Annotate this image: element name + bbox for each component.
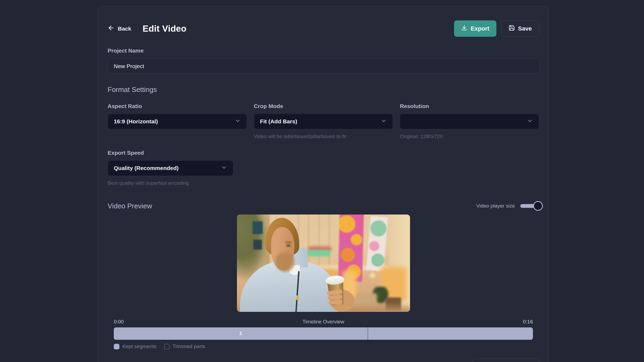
slider-thumb[interactable] (533, 201, 543, 211)
video-preview-frame[interactable] (237, 215, 410, 312)
crop-mode-value: Fit (Add Bars) (260, 118, 297, 125)
back-label: Back (118, 25, 131, 32)
timeline-segment[interactable] (368, 327, 533, 340)
export-speed-select[interactable]: Quality (Recommended) (108, 160, 233, 176)
crop-mode-helper: Video will be letterboxed/pillarboxed to… (254, 134, 393, 139)
floppy-disk-icon (508, 25, 515, 33)
export-button[interactable]: Export (454, 20, 496, 37)
project-name-label: Project Name (108, 47, 539, 54)
beard (276, 253, 294, 272)
play-preview-button[interactable]: Play Preview (473, 359, 539, 362)
header-left: Back Edit Video (108, 24, 186, 34)
timeline-title: Timeline Overview (302, 319, 344, 325)
trimmed-parts-swatch (164, 344, 170, 349)
legend-item-kept: Kept segments (114, 343, 156, 349)
format-settings-heading: Format Settings (108, 86, 539, 94)
export-speed-helper: Best quality with superfast encoding (108, 180, 539, 186)
timeline-legend: Kept segments Trimmed parts (114, 343, 533, 349)
header-actions: Export Save (454, 20, 539, 37)
export-speed-label: Export Speed (108, 150, 539, 156)
chevron-down-icon (527, 118, 533, 125)
export-speed-value: Quality (Recommended) (114, 165, 179, 171)
chevron-down-icon (381, 118, 387, 125)
player-size-control: Video player size (476, 201, 539, 211)
legend-label: Trimmed parts (173, 343, 205, 349)
eye (286, 245, 291, 247)
timeline-start-time: 0:00 (114, 319, 124, 325)
player-size-label: Video player size (476, 203, 515, 209)
resolution-select[interactable] (400, 114, 539, 129)
timeline-segment[interactable]: 2 (114, 327, 368, 340)
back-button[interactable]: Back (108, 24, 131, 33)
timeline-section: 0:00 Timeline Overview 0:16 2 Kept segme… (108, 319, 539, 349)
pastel-banner (366, 216, 388, 272)
lamp-light (370, 273, 375, 278)
crop-mode-select[interactable]: Fit (Add Bars) (254, 114, 393, 129)
format-settings-grid: Aspect Ratio 16:9 (Horizontal) Crop Mode… (108, 103, 539, 139)
play-preview-row: Play Preview (108, 359, 539, 362)
save-label: Save (518, 25, 532, 32)
header: Back Edit Video Export Save (108, 20, 539, 37)
export-speed-field: Export Speed Quality (Recommended) Best … (108, 150, 539, 186)
resolution-label: Resolution (400, 103, 539, 109)
resolution-helper: Original: 1280x720 (400, 134, 539, 139)
page-title: Edit Video (142, 24, 186, 34)
edit-video-panel: Back Edit Video Export Save Project Name… (98, 6, 549, 362)
project-name-section: Project Name (108, 47, 539, 74)
arrow-left-icon (108, 24, 115, 33)
project-name-input[interactable] (108, 59, 540, 74)
aspect-ratio-label: Aspect Ratio (108, 103, 247, 109)
aspect-ratio-select[interactable]: 16:9 (Horizontal) (108, 114, 247, 129)
video-preview-heading: Video Preview (108, 202, 152, 210)
head (267, 220, 301, 273)
resolution-field: Resolution Original: 1280x720 (400, 103, 539, 139)
save-button[interactable]: Save (501, 20, 539, 37)
legend-item-trimmed: Trimmed parts (164, 343, 205, 349)
eyebrow (285, 241, 292, 243)
timeline-labels: 0:00 Timeline Overview 0:16 (114, 319, 533, 325)
zipper-pull (296, 295, 299, 300)
download-icon (461, 25, 467, 33)
chevron-down-icon (235, 118, 241, 125)
video-preview-header: Video Preview Video player size (108, 201, 539, 211)
kept-segments-swatch (114, 344, 119, 349)
chevron-down-icon (221, 165, 227, 172)
legend-label: Kept segments (122, 343, 156, 349)
player-size-slider[interactable] (520, 201, 539, 211)
timeline-end-time: 0:16 (523, 319, 533, 325)
export-label: Export (471, 25, 489, 32)
aspect-ratio-field: Aspect Ratio 16:9 (Horizontal) (108, 103, 247, 139)
timeline-bar[interactable]: 2 (114, 327, 533, 340)
aspect-ratio-value: 16:9 (Horizontal) (114, 118, 158, 125)
crop-mode-label: Crop Mode (254, 103, 393, 109)
crop-mode-field: Crop Mode Fit (Add Bars) Video will be l… (254, 103, 393, 139)
